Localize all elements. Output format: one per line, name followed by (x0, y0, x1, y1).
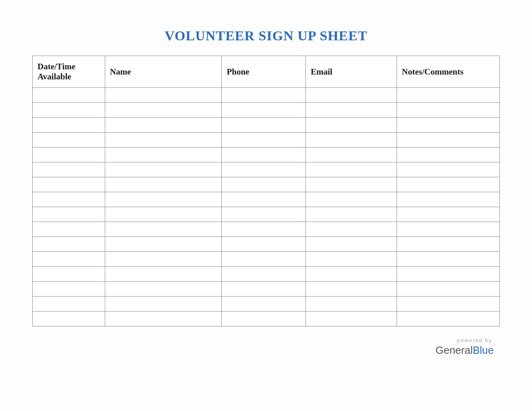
cell-email (306, 88, 397, 103)
table-row (33, 103, 500, 118)
cell-phone (222, 133, 306, 147)
cell-notes (397, 147, 500, 162)
footer-branding: powered by GeneralBlue (435, 337, 494, 357)
cell-name (105, 237, 222, 252)
cell-date (33, 207, 105, 222)
cell-date (33, 162, 105, 177)
table-row (33, 311, 500, 326)
cell-name (105, 88, 222, 103)
table-row (33, 133, 500, 147)
table-row (33, 207, 500, 222)
cell-phone (222, 207, 306, 222)
cell-notes (397, 103, 500, 118)
cell-date (33, 88, 105, 103)
cell-email (306, 192, 397, 207)
cell-date (33, 192, 105, 207)
column-header-phone: Phone (222, 56, 306, 88)
cell-phone (222, 162, 306, 177)
table-row (33, 118, 500, 133)
cell-name (105, 103, 222, 118)
cell-notes (397, 282, 500, 297)
cell-date (33, 282, 105, 297)
cell-phone (222, 103, 306, 118)
cell-notes (397, 267, 500, 282)
cell-phone (222, 237, 306, 252)
cell-name (105, 192, 222, 207)
cell-email (306, 297, 397, 311)
cell-email (306, 133, 397, 147)
cell-phone (222, 311, 306, 326)
cell-name (105, 252, 222, 267)
cell-phone (222, 297, 306, 311)
cell-phone (222, 177, 306, 192)
signup-table: Date/Time Available Name Phone Email Not… (32, 56, 500, 326)
cell-date (33, 118, 105, 133)
cell-notes (397, 177, 500, 192)
cell-name (105, 118, 222, 133)
cell-email (306, 252, 397, 267)
cell-date (33, 267, 105, 282)
cell-email (306, 237, 397, 252)
cell-email (306, 267, 397, 282)
cell-email (306, 162, 397, 177)
cell-phone (222, 118, 306, 133)
cell-phone (222, 252, 306, 267)
table-row (33, 147, 500, 162)
column-header-email: Email (306, 56, 397, 88)
cell-phone (222, 222, 306, 237)
cell-notes (397, 311, 500, 326)
cell-email (306, 118, 397, 133)
cell-email (306, 207, 397, 222)
column-header-notes: Notes/Comments (397, 56, 500, 88)
cell-notes (397, 118, 500, 133)
cell-date (33, 177, 105, 192)
table-row (33, 192, 500, 207)
column-header-name: Name (105, 56, 222, 88)
table-row (33, 177, 500, 192)
cell-name (105, 133, 222, 147)
cell-date (33, 147, 105, 162)
cell-name (105, 177, 222, 192)
column-header-date: Date/Time Available (33, 56, 105, 88)
cell-name (105, 207, 222, 222)
table-row (33, 162, 500, 177)
cell-notes (397, 88, 500, 103)
cell-name (105, 147, 222, 162)
cell-phone (222, 88, 306, 103)
powered-by-label: powered by (435, 337, 494, 343)
table-row (33, 282, 500, 297)
cell-notes (397, 222, 500, 237)
cell-notes (397, 162, 500, 177)
table-row (33, 88, 500, 103)
cell-name (105, 297, 222, 311)
generalblue-logo: GeneralBlue (435, 344, 494, 357)
cell-phone (222, 147, 306, 162)
table-header-row: Date/Time Available Name Phone Email Not… (33, 56, 500, 88)
cell-email (306, 177, 397, 192)
cell-date (33, 222, 105, 237)
cell-date (33, 252, 105, 267)
cell-notes (397, 192, 500, 207)
cell-name (105, 162, 222, 177)
table-row (33, 267, 500, 282)
cell-date (33, 103, 105, 118)
cell-email (306, 311, 397, 326)
table-row (33, 237, 500, 252)
cell-phone (222, 267, 306, 282)
table-row (33, 252, 500, 267)
cell-notes (397, 207, 500, 222)
cell-email (306, 222, 397, 237)
cell-date (33, 297, 105, 311)
cell-email (306, 147, 397, 162)
document-title: VOLUNTEER SIGN UP SHEET (32, 28, 500, 44)
cell-notes (397, 297, 500, 311)
cell-date (33, 237, 105, 252)
cell-email (306, 103, 397, 118)
cell-name (105, 311, 222, 326)
table-row (33, 222, 500, 237)
cell-notes (397, 133, 500, 147)
cell-phone (222, 192, 306, 207)
cell-email (306, 282, 397, 297)
table-row (33, 297, 500, 311)
cell-name (105, 282, 222, 297)
